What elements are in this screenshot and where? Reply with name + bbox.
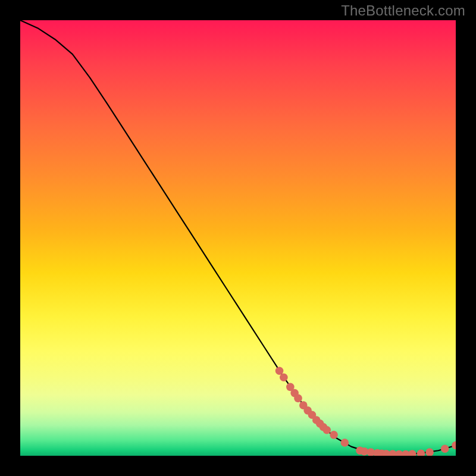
chart-overlay (20, 20, 456, 456)
bottleneck-curve (20, 20, 456, 455)
data-marker (341, 439, 349, 447)
data-marker (294, 394, 302, 403)
data-marker (452, 441, 456, 450)
data-marker (417, 450, 425, 456)
data-marker (425, 448, 434, 456)
data-marker (408, 450, 416, 456)
watermark-text: TheBottleneck.com (341, 2, 465, 19)
data-marker (441, 444, 449, 453)
plot-area (20, 20, 456, 456)
chart-frame: TheBottleneck.com (0, 0, 476, 476)
data-marker (330, 431, 338, 439)
data-marker (280, 373, 288, 381)
data-markers (275, 367, 456, 456)
data-marker (323, 426, 331, 434)
